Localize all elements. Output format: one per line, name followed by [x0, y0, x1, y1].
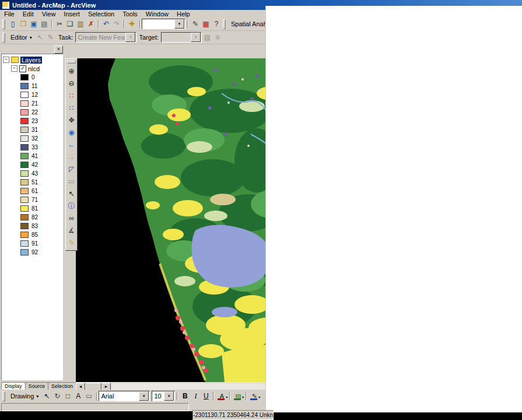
- chevron-down-icon[interactable]: ▾: [191, 33, 201, 42]
- classification-key-document[interactable]: NLCD Land Cover Classification System Ke…: [265, 6, 522, 412]
- add-data-button[interactable]: ✚: [127, 19, 137, 29]
- legend-swatch[interactable]: [20, 83, 29, 89]
- save-button[interactable]: ▣: [29, 19, 39, 29]
- layer-visibility-checkbox[interactable]: ✓: [19, 65, 26, 72]
- draw-select-elements-tool[interactable]: ↖: [41, 391, 52, 401]
- open-button[interactable]: ❐: [18, 19, 29, 29]
- toolbar-grip[interactable]: [2, 33, 5, 43]
- new-text-box-tool[interactable]: ▭: [83, 391, 94, 401]
- fill-color-button[interactable]: ▨ ▾: [232, 391, 244, 401]
- layer-name-label[interactable]: nlcd: [28, 65, 40, 72]
- legend-swatch[interactable]: [20, 100, 29, 107]
- task-combo[interactable]: Create New Feature ▾: [75, 32, 136, 43]
- menu-help[interactable]: Help: [173, 10, 194, 18]
- help-button[interactable]: ?: [211, 19, 222, 29]
- font-combo[interactable]: Arial ▾: [99, 391, 150, 401]
- font-size-combo[interactable]: 10 ▾: [152, 391, 175, 401]
- copy-button[interactable]: ❏: [65, 19, 75, 29]
- select-features-tool[interactable]: ◸: [66, 163, 76, 175]
- chevron-down-icon[interactable]: ▾: [125, 33, 135, 42]
- legend-swatch[interactable]: [20, 153, 29, 159]
- line-color-button[interactable]: ✎ ▾: [248, 391, 260, 401]
- legend-swatch[interactable]: [20, 144, 29, 150]
- collapse-icon[interactable]: −: [3, 57, 9, 63]
- legend-swatch[interactable]: [20, 232, 29, 238]
- menu-file[interactable]: File: [0, 10, 19, 18]
- chevron-down-icon[interactable]: ▾: [174, 19, 184, 29]
- menu-insert[interactable]: Insert: [59, 10, 84, 18]
- arctoolbox-button[interactable]: ▦: [201, 19, 211, 29]
- legend-swatch[interactable]: [20, 109, 29, 116]
- layers-root-label[interactable]: Layers: [20, 57, 42, 64]
- editor-menu[interactable]: Editor ▾: [8, 32, 35, 43]
- italic-button[interactable]: I: [190, 391, 201, 401]
- zoom-out-tool[interactable]: ⊖: [66, 78, 76, 89]
- clear-selection-tool[interactable]: ▭: [66, 176, 76, 187]
- legend-swatch[interactable]: [20, 170, 29, 177]
- cut-button[interactable]: ✂: [54, 19, 65, 29]
- legend-swatch[interactable]: [20, 197, 29, 203]
- fixed-zoom-out-tool[interactable]: ∷: [66, 102, 76, 114]
- bold-button[interactable]: B: [180, 391, 190, 401]
- legend-swatch[interactable]: [20, 118, 29, 124]
- toc-root-layers[interactable]: − Layers: [3, 55, 62, 64]
- text-tool[interactable]: A: [73, 391, 83, 401]
- select-elements-tool[interactable]: ↖: [66, 188, 76, 200]
- attributes-button[interactable]: ▤: [202, 32, 212, 43]
- legend-swatch[interactable]: [20, 240, 29, 247]
- legend-swatch[interactable]: [20, 205, 29, 212]
- full-extent-tool[interactable]: ◉: [66, 127, 76, 138]
- measure-tool[interactable]: ∡: [66, 225, 76, 236]
- map-horizontal-scrollbar[interactable]: ◄ ►: [76, 382, 265, 390]
- redo-button[interactable]: ↷: [111, 19, 122, 29]
- editor-edit-tool-button[interactable]: ↖: [35, 32, 45, 43]
- legend-swatch[interactable]: [20, 188, 29, 194]
- undo-button[interactable]: ↶: [101, 19, 111, 29]
- edit-tool-button[interactable]: ✎: [190, 19, 201, 29]
- menu-view[interactable]: View: [38, 10, 60, 18]
- toolbar-grip[interactable]: [223, 19, 226, 29]
- drawing-menu[interactable]: Drawing ▾: [8, 391, 41, 401]
- toolbar-grip[interactable]: [67, 61, 76, 64]
- hyperlink-tool[interactable]: ϟ: [66, 237, 76, 249]
- toolbar-grip[interactable]: [2, 391, 5, 401]
- target-combo[interactable]: ▾: [161, 32, 202, 43]
- font-color-button[interactable]: A ▾: [216, 391, 227, 401]
- menu-tools[interactable]: Tools: [118, 10, 142, 18]
- tab-display[interactable]: Display: [1, 382, 26, 390]
- legend-swatch[interactable]: [20, 214, 29, 220]
- go-forward-extent-tool[interactable]: →: [66, 151, 76, 163]
- menu-edit[interactable]: Edit: [19, 10, 38, 18]
- zoom-in-tool[interactable]: ⊕: [66, 65, 76, 77]
- delete-button[interactable]: ✗: [86, 19, 96, 29]
- underline-button[interactable]: U: [201, 391, 211, 401]
- print-button[interactable]: ▤: [39, 19, 50, 29]
- legend-swatch[interactable]: [20, 249, 29, 256]
- menu-window[interactable]: Window: [142, 10, 173, 18]
- legend-swatch[interactable]: [20, 74, 29, 80]
- close-icon[interactable]: ×: [54, 46, 63, 54]
- toc-layer-nlcd[interactable]: − ✓ nlcd: [3, 64, 62, 73]
- scale-combo[interactable]: ▾: [142, 19, 185, 29]
- tab-selection[interactable]: Selection: [48, 382, 76, 390]
- legend-swatch[interactable]: [20, 223, 29, 229]
- sketch-tool-button[interactable]: ✎: [45, 32, 56, 43]
- legend-swatch[interactable]: [20, 127, 29, 133]
- go-back-extent-tool[interactable]: ←: [66, 139, 76, 150]
- menu-selection[interactable]: Selection: [84, 10, 118, 18]
- shape-tool[interactable]: □: [62, 391, 73, 401]
- tab-source[interactable]: Source: [25, 382, 49, 390]
- legend-swatch[interactable]: [20, 179, 29, 186]
- legend-swatch[interactable]: [20, 135, 29, 142]
- new-map-button[interactable]: ▯: [8, 19, 18, 29]
- paste-button[interactable]: ▥: [75, 19, 86, 29]
- fixed-zoom-in-tool[interactable]: ∷: [66, 90, 76, 102]
- pan-tool[interactable]: ✥: [66, 114, 76, 126]
- chevron-down-icon[interactable]: ▾: [164, 391, 174, 401]
- identify-tool[interactable]: ⓘ: [66, 200, 76, 212]
- collapse-icon[interactable]: −: [11, 65, 17, 72]
- find-tool[interactable]: ∞: [66, 212, 76, 224]
- legend-swatch[interactable]: [20, 162, 29, 168]
- toolbar-grip[interactable]: [2, 19, 5, 29]
- chevron-down-icon[interactable]: ▾: [139, 391, 149, 401]
